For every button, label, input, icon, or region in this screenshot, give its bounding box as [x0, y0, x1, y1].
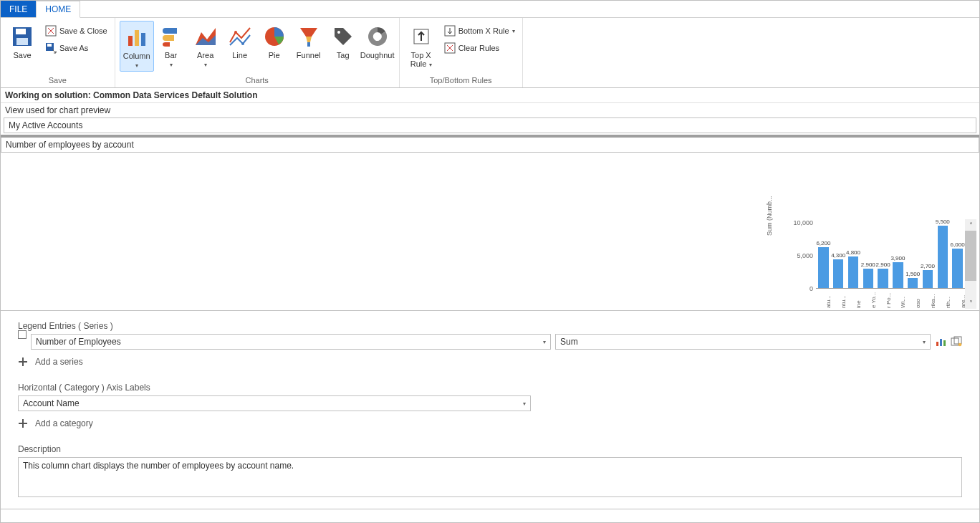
chart-bar	[818, 247, 829, 288]
bar-chart-icon	[160, 25, 183, 48]
chart-bar	[923, 270, 933, 288]
group-label-charts: Charts	[120, 75, 395, 87]
chart-bar	[833, 259, 844, 288]
x-tick: Wi...	[900, 288, 906, 308]
plus-icon	[18, 357, 28, 367]
preview-scrollbar[interactable]: ˄ ˅	[965, 219, 976, 309]
x-tick: are...	[960, 288, 966, 308]
group-rules: Top X Rule ▾ Bottom X Rule ▾ Clear Rules…	[400, 18, 523, 87]
chart-type-area[interactable]: Area▾	[188, 21, 223, 70]
save-icon	[11, 25, 34, 48]
svg-rect-18	[940, 339, 942, 346]
svg-rect-7	[135, 30, 139, 46]
chart-type-line[interactable]: Line	[223, 21, 257, 61]
svg-point-13	[337, 31, 340, 34]
y-tick: 5,000	[784, 252, 813, 259]
scroll-thumb[interactable]	[965, 231, 976, 281]
save-as-button[interactable]: Save As	[42, 41, 110, 55]
x-tick: r Po...	[885, 288, 892, 308]
group-save: Save Save & Close Save As Save	[1, 18, 115, 87]
chart-bar-label: 6,200	[816, 240, 830, 246]
chart-type-bar[interactable]: Bar▾	[154, 21, 188, 70]
view-selector[interactable]: My Active Accounts	[4, 117, 976, 133]
scroll-down-icon[interactable]: ˅	[965, 297, 976, 309]
chart-type-doughnut[interactable]: Doughnut	[360, 21, 395, 61]
aggregate-select[interactable]: Sum▾	[555, 334, 931, 350]
series-options-icon[interactable]	[951, 336, 962, 347]
line-chart-icon	[229, 25, 251, 48]
chart-bar	[863, 269, 874, 288]
y-tick: 0	[784, 285, 813, 292]
chart-bar-label: 3,900	[890, 255, 905, 262]
chart-type-tag[interactable]: Tag	[326, 21, 360, 61]
x-tick: rth...	[945, 288, 951, 308]
chart-bar-label: 2,900	[861, 262, 875, 268]
group-label-rules: Top/Bottom Rules	[404, 75, 518, 87]
series-editor: Legend Entries ( Series ) Number of Empl…	[1, 310, 979, 509]
tab-home[interactable]: HOME	[36, 1, 80, 18]
svg-rect-2	[16, 38, 28, 45]
chart-bar-label: 6,000	[951, 241, 965, 248]
chart-type-funnel[interactable]: Funnel	[292, 21, 326, 61]
chart-preview: Sum (Numb... 05,00010,0006,200atu...4,30…	[777, 214, 965, 309]
chart-bar	[952, 249, 963, 288]
y-axis-label: Sum (Numb...	[766, 196, 773, 236]
chart-bar	[938, 226, 948, 288]
svg-rect-6	[128, 36, 133, 46]
bottom-x-rule-icon	[444, 25, 456, 37]
chart-bar	[908, 278, 918, 288]
solution-bar: Working on solution: Common Data Service…	[1, 88, 979, 103]
category-field-select[interactable]: Account Name▾	[18, 395, 531, 411]
tab-file[interactable]: FILE	[1, 1, 36, 17]
series-chart-type-icon[interactable]	[935, 336, 946, 347]
add-series-button[interactable]: Add a series	[18, 357, 962, 367]
chart-bar-label: 9,500	[936, 219, 950, 225]
pie-chart-icon	[263, 25, 286, 48]
series-checkbox[interactable]	[18, 330, 27, 339]
legend-entries-label: Legend Entries ( Series )	[18, 321, 962, 331]
svg-point-22	[959, 343, 962, 347]
svg-rect-12	[307, 42, 310, 47]
tag-icon	[332, 25, 355, 48]
column-chart-icon	[125, 26, 148, 49]
chart-bar	[848, 256, 859, 288]
view-used-label: View used for chart preview	[1, 103, 979, 117]
funnel-chart-icon	[297, 25, 320, 48]
y-tick: 10,000	[784, 219, 813, 226]
chart-type-column[interactable]: Column▾	[120, 21, 154, 72]
add-category-button[interactable]: Add a category	[18, 418, 962, 428]
plus-icon	[18, 418, 28, 428]
ribbon-tabs: FILE HOME	[1, 1, 979, 18]
scroll-up-icon[interactable]: ˄	[965, 219, 976, 231]
ribbon: Save Save & Close Save As Save Column▾	[1, 18, 979, 88]
bottom-x-rule-button[interactable]: Bottom X Rule ▾	[441, 24, 518, 38]
svg-rect-19	[943, 340, 946, 346]
chart-name-input[interactable]: Number of employees by account	[1, 138, 979, 153]
clear-rules-button[interactable]: Clear Rules	[441, 41, 518, 55]
svg-rect-1	[16, 29, 26, 34]
svg-point-10	[241, 42, 244, 45]
x-tick: ntu...	[840, 288, 847, 308]
chart-bar-label: 4,300	[831, 252, 845, 259]
category-axis-label: Horizontal ( Category ) Axis Labels	[18, 383, 962, 393]
chart-bar	[893, 262, 903, 288]
svg-rect-8	[141, 33, 145, 46]
series-field-select[interactable]: Number of Employees▾	[31, 334, 551, 350]
description-label: Description	[18, 444, 962, 454]
x-tick: rika...	[930, 288, 936, 308]
x-tick: atu...	[825, 288, 832, 308]
clear-rules-icon	[444, 42, 456, 54]
chart-type-pie[interactable]: Pie	[257, 21, 292, 61]
chart-bar-label: 2,900	[876, 262, 890, 268]
top-x-rule-icon	[410, 25, 433, 48]
chart-preview-area: ˄ ˅ Sum (Numb... 05,00010,0006,200atu...…	[1, 154, 979, 310]
chart-bar-label: 1,500	[905, 271, 920, 277]
x-tick: e Yo...	[870, 288, 877, 308]
svg-point-9	[234, 31, 237, 34]
save-button[interactable]: Save	[5, 21, 39, 61]
chart-bar-label: 4,800	[846, 249, 860, 256]
description-textarea[interactable]: This column chart displays the number of…	[18, 457, 962, 497]
group-charts: Column▾ Bar▾ Area▾ Line Pie	[115, 18, 400, 87]
top-x-rule-button[interactable]: Top X Rule ▾	[404, 21, 438, 70]
save-and-close-button[interactable]: Save & Close	[42, 24, 110, 38]
